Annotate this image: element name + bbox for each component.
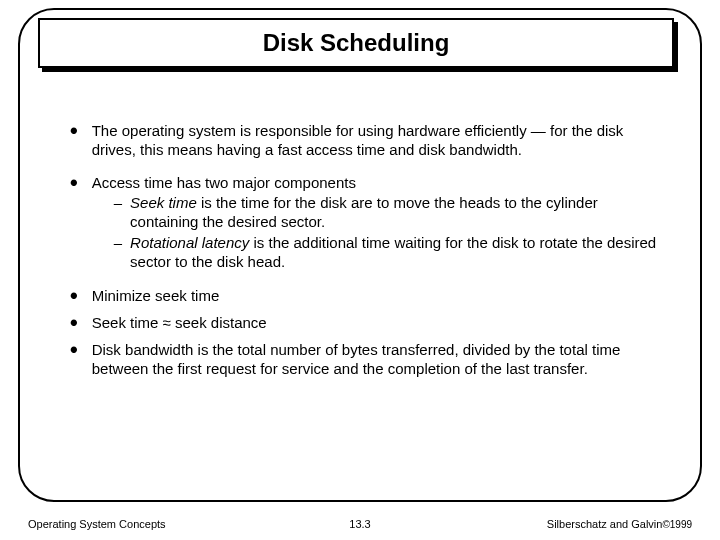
- footer-author: Silberschatz and Galvin: [547, 518, 663, 530]
- bullet-text: Minimize seek time: [92, 287, 220, 306]
- text-post: seek distance: [171, 314, 267, 331]
- bullet-text: Disk bandwidth is the total number of by…: [92, 341, 660, 379]
- bullet-icon: •: [70, 343, 78, 357]
- bullet-item: • Access time has two major components –…: [70, 174, 660, 274]
- sub-list: – Seek time is the time for the disk are…: [114, 194, 660, 271]
- bullet-icon: •: [70, 124, 78, 138]
- bullet-text: The operating system is responsible for …: [92, 122, 660, 160]
- bullet-item: • Minimize seek time: [70, 287, 660, 306]
- sub-text: Rotational latency is the additional tim…: [130, 234, 660, 272]
- footer-right: Silberschatz and Galvin©1999: [371, 518, 692, 530]
- bullet-icon: •: [70, 316, 78, 330]
- bullet-item: • Seek time ≈ seek distance: [70, 314, 660, 333]
- dash-icon: –: [114, 234, 122, 253]
- content-area: • The operating system is responsible fo…: [70, 122, 660, 392]
- sub-text: Seek time is the time for the disk are t…: [130, 194, 660, 232]
- footer-copyright: ©1999: [662, 519, 692, 530]
- dash-icon: –: [114, 194, 122, 213]
- text-pre: Seek time: [92, 314, 163, 331]
- footer-left: Operating System Concepts: [28, 518, 349, 530]
- emphasis: Seek time: [130, 194, 197, 211]
- title-box: Disk Scheduling: [38, 18, 674, 68]
- bullet-icon: •: [70, 289, 78, 303]
- bullet-text: Seek time ≈ seek distance: [92, 314, 267, 333]
- approx-symbol: ≈: [163, 314, 171, 331]
- sub-item: – Seek time is the time for the disk are…: [114, 194, 660, 232]
- bullet-icon: •: [70, 176, 78, 190]
- bullet-item: • Disk bandwidth is the total number of …: [70, 341, 660, 379]
- footer-page-number: 13.3: [349, 518, 370, 530]
- emphasis: Rotational latency: [130, 234, 249, 251]
- bullet-item: • The operating system is responsible fo…: [70, 122, 660, 160]
- footer: Operating System Concepts 13.3 Silbersch…: [0, 518, 720, 530]
- bullet-lead: Access time has two major components: [92, 174, 356, 191]
- bullet-text: Access time has two major components – S…: [92, 174, 660, 274]
- sub-rest: is the time for the disk are to move the…: [130, 194, 598, 230]
- sub-item: – Rotational latency is the additional t…: [114, 234, 660, 272]
- slide-title: Disk Scheduling: [263, 29, 450, 57]
